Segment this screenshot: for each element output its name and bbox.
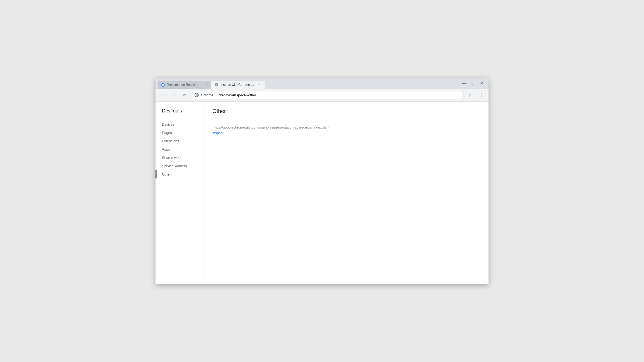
url-text: chrome://inspect/#other <box>219 93 460 97</box>
sidebar-item-other[interactable]: Other <box>155 170 204 178</box>
bookmark-button[interactable]: ☆ <box>466 91 475 99</box>
nav-bar: ← → ↻ Chrome | chrome://inspect/#other ☆… <box>155 89 489 102</box>
url-separator: | <box>215 93 216 97</box>
inspect-tab-close[interactable]: ✕ <box>258 83 262 87</box>
chrome-menu-button[interactable]: ⋮ <box>477 91 485 99</box>
reload-button[interactable]: ↻ <box>180 91 189 99</box>
security-icon <box>194 93 199 97</box>
presentation-tab-favicon <box>161 83 165 87</box>
window-controls: — □ ✕ <box>457 78 489 89</box>
sidebar-nav: Devices Pages Extensions Apps Shared wor… <box>155 120 204 178</box>
sidebar-item-shared-workers-label: Shared workers <box>162 156 186 160</box>
sidebar-item-apps-label: Apps <box>162 147 170 151</box>
sidebar-item-extensions[interactable]: Extensions <box>155 137 204 145</box>
sidebar: DevTools Devices Pages Extensions Apps S… <box>155 102 204 284</box>
url-origin-label: Chrome <box>201 93 213 97</box>
sidebar-item-shared-workers[interactable]: Shared workers <box>155 153 204 162</box>
tab-presentation[interactable]: Presentation Receiver A... ✕ <box>158 81 211 89</box>
maximize-button[interactable]: □ <box>469 80 477 87</box>
sidebar-item-pages-label: Pages <box>162 131 172 135</box>
browser-window: Presentation Receiver A... ✕ Inspect wit… <box>155 78 489 284</box>
forward-button[interactable]: → <box>169 91 178 99</box>
sidebar-item-devices[interactable]: Devices <box>155 120 204 129</box>
minimize-button[interactable]: — <box>461 80 468 87</box>
page-title: Other <box>212 108 480 119</box>
sidebar-item-service-workers-label: Service workers <box>162 164 187 168</box>
sidebar-item-service-workers[interactable]: Service workers <box>155 162 204 170</box>
close-button[interactable]: ✕ <box>478 80 485 87</box>
sidebar-item-pages[interactable]: Pages <box>155 129 204 137</box>
address-bar[interactable]: Chrome | chrome://inspect/#other <box>191 91 464 99</box>
main-content: Other https://googlechrome.github.io/sam… <box>204 102 489 284</box>
sidebar-item-devices-label: Devices <box>162 122 174 126</box>
sidebar-item-other-label: Other <box>162 172 171 176</box>
inspect-tab-title: Inspect with Chrome Dev... <box>220 83 256 87</box>
presentation-tab-title: Presentation Receiver A... <box>167 83 202 87</box>
entry-url: https://googlechrome.github.io/samples/p… <box>212 125 480 129</box>
sidebar-item-apps[interactable]: Apps <box>155 145 204 153</box>
presentation-tab-close[interactable]: ✕ <box>204 83 208 87</box>
tab-inspect[interactable]: Inspect with Chrome Dev... ✕ <box>211 81 265 89</box>
sidebar-item-extensions-label: Extensions <box>162 139 179 143</box>
sidebar-logo: DevTools <box>155 108 204 120</box>
page-content: DevTools Devices Pages Extensions Apps S… <box>155 102 489 284</box>
title-bar: Presentation Receiver A... ✕ Inspect wit… <box>155 78 489 89</box>
inspect-link[interactable]: inspect <box>212 131 223 135</box>
other-entry: https://googlechrome.github.io/samples/p… <box>212 125 480 135</box>
back-button[interactable]: ← <box>159 91 167 99</box>
inspect-tab-favicon <box>215 83 219 87</box>
tabs-area: Presentation Receiver A... ✕ Inspect wit… <box>155 78 457 89</box>
